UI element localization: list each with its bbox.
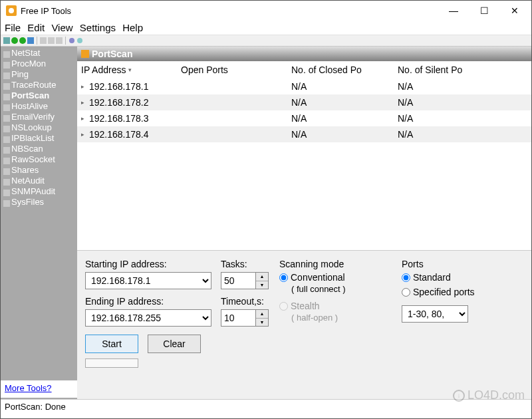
cell-closed: N/A [291, 97, 398, 108]
sidebar-item-sysfiles[interactable]: SysFiles [1, 197, 77, 208]
toolbar-icon[interactable] [3, 37, 10, 44]
back-icon[interactable] [11, 37, 18, 44]
toolbar-divider [65, 37, 66, 45]
svg-rect-20 [3, 147, 10, 154]
ports-standard-radio[interactable]: Standard [402, 272, 523, 283]
sidebar-item-label: TraceRoute [11, 80, 56, 90]
gear-icon[interactable] [68, 37, 75, 44]
sidebar-item-rawsocket[interactable]: RawSocket [1, 154, 77, 165]
toolbar-divider [37, 37, 37, 45]
sidebar-item-emailverify[interactable]: EmailVerify [1, 112, 77, 122]
timeout-down-button[interactable]: ▼ [256, 319, 268, 327]
ports-specified-select[interactable]: 1-30, 80, [402, 305, 468, 323]
timeout-up-button[interactable]: ▲ [256, 310, 268, 319]
tool-icon [3, 188, 10, 195]
toolbar-icon-a[interactable] [40, 37, 47, 44]
tool-icon [3, 71, 10, 78]
tool-icon [3, 199, 10, 206]
tool-icon [3, 156, 10, 163]
start-ip-label: Starting IP address: [85, 259, 211, 269]
sidebar-item-ipblacklist[interactable]: IPBlackList [1, 133, 77, 144]
menu-help[interactable]: Help [122, 22, 143, 33]
svg-rect-18 [3, 126, 10, 132]
portscan-icon [81, 50, 89, 58]
sidebar-item-shares[interactable]: Shares [1, 165, 77, 176]
close-button[interactable]: ✕ [499, 1, 530, 21]
sidebar-item-nbscan[interactable]: NBScan [1, 144, 77, 154]
start-ip-select[interactable]: 192.168.178.1 [85, 272, 211, 289]
table-header: IP Address▾ Open Ports No. of Closed Po … [77, 61, 531, 78]
cell-ip: 192.168.178.3 [89, 113, 181, 124]
toolbar-icon-c[interactable] [56, 37, 63, 44]
table-row[interactable]: ▸192.168.178.3N/AN/A [77, 110, 531, 126]
mode-conventional-radio[interactable]: Conventional [279, 272, 392, 283]
statusbar: PortScan: Done [1, 399, 531, 414]
svg-point-1 [9, 8, 14, 13]
more-tools-link[interactable]: More Tools? [5, 383, 52, 393]
mode-conventional-sub: ( full connect ) [291, 284, 392, 294]
table-row[interactable]: ▸192.168.178.1N/AN/A [77, 78, 531, 94]
sidebar-item-netaudit[interactable]: NetAudit [1, 176, 77, 186]
scanning-mode-label: Scanning mode [279, 259, 392, 269]
download-icon: ↓ [453, 390, 465, 402]
sidebar-item-procmon[interactable]: ProcMon [1, 59, 77, 69]
svg-rect-8 [56, 37, 63, 44]
clear-button[interactable]: Clear [148, 335, 201, 353]
svg-rect-19 [3, 136, 10, 143]
save-icon[interactable] [27, 37, 34, 44]
results-table: IP Address▾ Open Ports No. of Closed Po … [77, 61, 531, 251]
expand-icon[interactable]: ▸ [81, 83, 89, 90]
sidebar-item-netstat[interactable]: NetStat [1, 48, 77, 59]
toolbar-icon-b[interactable] [48, 37, 55, 44]
maximize-button[interactable]: ☐ [469, 1, 499, 21]
tool-icon [3, 178, 10, 184]
mode-stealth-radio: Stealth [279, 301, 392, 311]
minimize-button[interactable]: — [438, 1, 469, 21]
expand-icon[interactable]: ▸ [81, 115, 89, 122]
svg-rect-7 [48, 37, 55, 44]
sidebar-item-label: ProcMon [11, 59, 46, 69]
help-icon[interactable] [76, 37, 83, 44]
svg-point-4 [19, 37, 26, 44]
table-row[interactable]: ▸192.168.178.4N/AN/A [77, 126, 531, 142]
timeout-input[interactable] [221, 309, 255, 327]
sort-indicator-icon: ▾ [128, 67, 132, 73]
table-row[interactable]: ▸192.168.178.2N/AN/A [77, 94, 531, 110]
expand-icon[interactable]: ▸ [81, 131, 89, 138]
column-ip[interactable]: IP Address▾ [81, 65, 181, 75]
svg-rect-5 [27, 37, 34, 44]
tool-icon [3, 103, 10, 110]
menu-view[interactable]: View [51, 22, 72, 33]
panel-title: PortScan [92, 49, 132, 59]
sidebar-item-label: EmailVerify [11, 112, 55, 122]
menu-settings[interactable]: Settings [80, 22, 116, 33]
content-area: PortScan IP Address▾ Open Ports No. of C… [77, 47, 531, 399]
tasks-input[interactable] [221, 272, 255, 289]
sidebar-item-ping[interactable]: Ping [1, 69, 77, 80]
end-ip-select[interactable]: 192.168.178.255 [85, 309, 211, 327]
column-closed[interactable]: No. of Closed Po [291, 65, 398, 75]
menu-file[interactable]: File [5, 22, 21, 33]
expand-icon[interactable]: ▸ [81, 99, 89, 106]
tasks-down-button[interactable]: ▼ [256, 281, 268, 289]
tool-icon [3, 124, 10, 131]
start-button[interactable]: Start [85, 335, 138, 353]
sidebar-item-nslookup[interactable]: NSLookup [1, 122, 77, 133]
svg-rect-11 [3, 51, 10, 58]
sidebar-item-portscan[interactable]: PortScan [1, 90, 77, 101]
column-open-ports[interactable]: Open Ports [181, 65, 291, 75]
svg-rect-17 [3, 115, 10, 122]
tasks-up-button[interactable]: ▲ [256, 273, 268, 281]
svg-rect-15 [3, 94, 10, 100]
sidebar-item-hostalive[interactable]: HostAlive [1, 101, 77, 112]
svg-rect-24 [3, 190, 10, 196]
sidebar-item-traceroute[interactable]: TraceRoute [1, 80, 77, 90]
sidebar-item-snmpaudit[interactable]: SNMPAudit [1, 186, 77, 197]
ports-specified-radio[interactable]: Specified ports [402, 287, 523, 297]
cell-silent: N/A [398, 81, 491, 92]
cell-closed: N/A [291, 113, 398, 124]
column-silent[interactable]: No. of Silent Po [398, 65, 491, 75]
forward-icon[interactable] [19, 37, 26, 44]
sidebar-item-label: NetStat [11, 48, 40, 59]
menu-edit[interactable]: Edit [27, 22, 45, 33]
